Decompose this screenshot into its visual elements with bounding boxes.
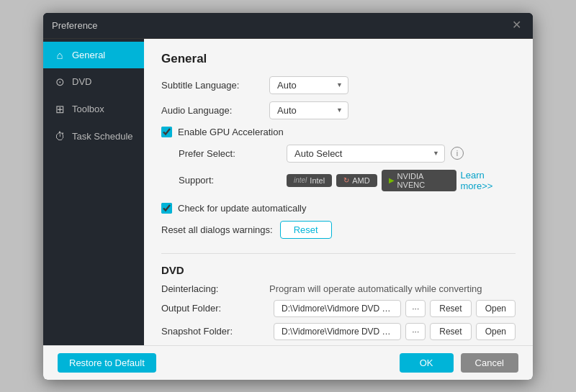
reset-dialogs-label: Reset all dialogs warnings: — [161, 224, 273, 235]
prefer-select-wrapper: Auto Select Intel AMD NVIDIA NVENC — [287, 145, 445, 163]
amd-icon: ↻ — [343, 176, 349, 184]
prefer-select[interactable]: Auto Select Intel AMD NVIDIA NVENC — [287, 145, 445, 163]
amd-label: AMD — [352, 176, 369, 185]
close-button[interactable]: ✕ — [509, 18, 524, 32]
gpu-acceleration-row: Enable GPU Acceleration — [161, 127, 516, 137]
subtitle-language-row: Subtitle Language: Auto English Chinese … — [161, 76, 516, 94]
sidebar-item-dvd[interactable]: ⊙ DVD — [43, 68, 144, 96]
intel-icon: intel — [294, 176, 307, 184]
sidebar: ⌂ General ⊙ DVD ⊞ Toolbox ⏱ Task Schedul… — [43, 39, 144, 345]
footer-right-buttons: OK Cancel — [400, 353, 518, 373]
subtitle-language-select-wrapper: Auto English Chinese French — [269, 76, 348, 94]
sidebar-item-task-schedule[interactable]: ⏱ Task Schedule — [43, 123, 144, 150]
snapshot-folder-label: Snapshot Folder: — [161, 326, 269, 337]
prefer-select-label: Prefer Select: — [179, 148, 287, 159]
sidebar-item-toolbox[interactable]: ⊞ Toolbox — [43, 96, 144, 123]
general-title: General — [161, 52, 516, 66]
dialog-title: Preference — [52, 20, 98, 31]
reset-dialogs-row: Reset all dialogs warnings: Reset — [161, 221, 516, 239]
snapshot-folder-open-button[interactable]: Open — [476, 323, 516, 340]
output-folder-reset-button[interactable]: Reset — [430, 300, 471, 317]
prefer-select-row: Prefer Select: Auto Select Intel AMD NVI… — [179, 145, 516, 163]
output-folder-label: Output Folder: — [161, 303, 269, 314]
support-row: Support: intel Intel ↻ AMD ▶ NVIDIA NVEN… — [179, 170, 516, 191]
ok-button[interactable]: OK — [400, 353, 454, 373]
check-update-row: Check for update automatically — [161, 203, 516, 214]
intel-label: Intel — [310, 176, 325, 185]
title-bar: Preference ✕ — [43, 13, 533, 39]
snapshot-folder-path: D:\Vidmore\Vidmore DVD Monster\Snapshot — [274, 323, 401, 340]
dialog-content: ⌂ General ⊙ DVD ⊞ Toolbox ⏱ Task Schedul… — [43, 39, 533, 345]
preference-dialog: Preference ✕ ⌂ General ⊙ DVD ⊞ Toolbox ⏱… — [43, 13, 533, 380]
output-folder-dots-button[interactable]: ··· — [405, 300, 426, 317]
sidebar-item-label: General — [72, 50, 105, 60]
audio-language-label: Audio Language: — [161, 105, 269, 116]
sidebar-item-label: Toolbox — [72, 104, 104, 114]
sidebar-item-label: DVD — [72, 76, 91, 87]
nvidia-label: NVIDIA NVENC — [397, 172, 449, 189]
learn-more-link[interactable]: Learn more>> — [461, 170, 516, 191]
subtitle-language-label: Subtitle Language: — [161, 80, 269, 91]
dialog-footer: Restore to Default OK Cancel — [43, 345, 533, 380]
support-label: Support: — [179, 175, 287, 186]
check-update-label[interactable]: Check for update automatically — [178, 203, 306, 214]
home-icon: ⌂ — [53, 49, 66, 61]
dvd-icon: ⊙ — [53, 76, 66, 88]
sidebar-item-general[interactable]: ⌂ General — [43, 42, 144, 68]
info-icon[interactable]: i — [451, 147, 464, 160]
snapshot-folder-row: Snapshot Folder: D:\Vidmore\Vidmore DVD … — [161, 323, 516, 340]
deinterlacing-row: Deinterlacing: Program will operate auto… — [161, 283, 516, 294]
support-chips-container: intel Intel ↻ AMD ▶ NVIDIA NVENC Learn m… — [287, 170, 516, 191]
audio-language-select[interactable]: Auto English Chinese French — [269, 101, 348, 119]
gpu-acceleration-label[interactable]: Enable GPU Acceleration — [178, 127, 284, 137]
sidebar-item-label: Task Schedule — [72, 131, 133, 142]
section-divider — [161, 253, 516, 254]
output-folder-path: D:\Vidmore\Vidmore DVD Monster\Ripper — [274, 300, 401, 317]
output-folder-open-button[interactable]: Open — [476, 300, 516, 317]
snapshot-folder-reset-button[interactable]: Reset — [430, 323, 471, 340]
amd-chip: ↻ AMD — [336, 174, 377, 187]
main-content: General Subtitle Language: Auto English … — [144, 39, 533, 345]
nvidia-chip: ▶ NVIDIA NVENC — [382, 170, 456, 191]
dvd-title: DVD — [161, 264, 516, 276]
audio-language-row: Audio Language: Auto English Chinese Fre… — [161, 101, 516, 119]
reset-dialogs-button[interactable]: Reset — [280, 221, 332, 239]
nvidia-icon: ▶ — [389, 176, 395, 184]
intel-chip: intel Intel — [287, 174, 332, 187]
gpu-acceleration-checkbox[interactable] — [161, 127, 172, 137]
output-folder-row: Output Folder: D:\Vidmore\Vidmore DVD Mo… — [161, 300, 516, 317]
clock-icon: ⏱ — [53, 130, 66, 142]
subtitle-language-select[interactable]: Auto English Chinese French — [269, 76, 348, 94]
deinterlacing-value: Program will operate automatically while… — [269, 283, 482, 294]
check-update-checkbox[interactable] — [161, 203, 172, 214]
restore-defaults-button[interactable]: Restore to Default — [58, 353, 156, 373]
cancel-button[interactable]: Cancel — [461, 353, 518, 373]
toolbox-icon: ⊞ — [53, 103, 66, 116]
deinterlacing-label: Deinterlacing: — [161, 283, 269, 294]
snapshot-folder-dots-button[interactable]: ··· — [405, 323, 426, 340]
audio-language-select-wrapper: Auto English Chinese French — [269, 101, 348, 119]
